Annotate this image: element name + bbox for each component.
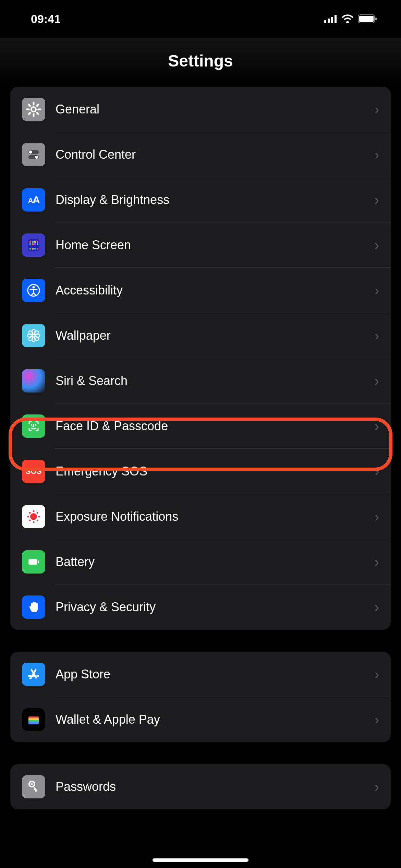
svg-line-16 [29, 113, 30, 114]
row-exposure-notifications[interactable]: Exposure Notifications › [10, 494, 391, 539]
appstore-icon [22, 663, 45, 686]
key-icon [22, 775, 45, 798]
svg-rect-57 [38, 560, 39, 563]
row-general[interactable]: General › [10, 87, 391, 132]
svg-rect-7 [375, 17, 377, 20]
accessibility-icon [22, 279, 45, 302]
row-wallet-applepay[interactable]: Wallet & Apple Pay › [10, 697, 391, 742]
row-label: Siri & Search [56, 374, 375, 388]
svg-rect-1 [328, 19, 330, 23]
svg-line-13 [29, 105, 30, 106]
row-label: Display & Brightness [56, 193, 375, 207]
chevron-right-icon: › [375, 600, 379, 615]
chevron-right-icon: › [375, 779, 379, 795]
row-label: Control Center [56, 147, 375, 162]
toggles-icon [22, 143, 45, 166]
row-label: Wallet & Apple Pay [56, 712, 375, 727]
svg-point-50 [27, 516, 29, 518]
svg-rect-27 [32, 243, 34, 245]
row-label: Face ID & Passcode [56, 419, 375, 433]
row-privacy-security[interactable]: Privacy & Security › [10, 584, 391, 630]
svg-rect-28 [34, 243, 36, 245]
row-control-center[interactable]: Control Center › [10, 132, 391, 177]
row-accessibility[interactable]: Accessibility › [10, 268, 391, 313]
row-label: Exposure Notifications [56, 509, 375, 524]
row-display-brightness[interactable]: AA Display & Brightness › [10, 177, 391, 222]
battery-icon [358, 14, 377, 23]
exposure-icon [22, 505, 45, 528]
svg-rect-22 [29, 241, 31, 243]
settings-group-3: Passwords › [10, 764, 391, 809]
cellular-icon [324, 15, 337, 23]
row-battery[interactable]: Battery › [10, 539, 391, 584]
svg-point-52 [29, 512, 31, 514]
status-bar: 09:41 [0, 0, 401, 38]
chevron-right-icon: › [375, 192, 379, 208]
row-faceid-passcode[interactable]: Face ID & Passcode › [10, 403, 391, 449]
svg-point-54 [37, 512, 38, 514]
page-header: Settings [0, 38, 401, 87]
svg-point-20 [35, 156, 38, 159]
chevron-right-icon: › [375, 373, 379, 389]
svg-rect-66 [28, 722, 39, 724]
row-label: Wallpaper [56, 328, 375, 343]
svg-rect-6 [359, 16, 374, 22]
svg-rect-30 [29, 248, 31, 250]
hand-icon [22, 595, 45, 619]
row-label: Privacy & Security [56, 600, 375, 614]
svg-rect-25 [37, 241, 38, 243]
svg-rect-3 [335, 15, 337, 23]
text-size-icon: AA [22, 188, 45, 212]
page-title: Settings [0, 51, 401, 70]
svg-rect-32 [34, 248, 36, 250]
svg-line-14 [37, 113, 38, 114]
chevron-right-icon: › [375, 712, 379, 727]
svg-point-4 [347, 21, 349, 23]
row-label: Accessibility [56, 283, 375, 298]
wifi-icon [341, 14, 354, 23]
chevron-right-icon: › [375, 238, 379, 253]
row-emergency-sos[interactable]: SOS Emergency SOS › [10, 449, 391, 494]
svg-point-48 [33, 510, 35, 512]
flower-icon [22, 324, 45, 347]
row-siri-search[interactable]: Siri & Search › [10, 358, 391, 403]
settings-content[interactable]: General › Control Center › AA Display & … [0, 87, 401, 809]
clock: 09:41 [31, 12, 61, 26]
svg-point-8 [31, 107, 36, 112]
svg-point-47 [30, 513, 37, 520]
svg-point-51 [38, 516, 40, 518]
chevron-right-icon: › [375, 464, 379, 479]
row-app-store[interactable]: App Store › [10, 652, 391, 697]
home-indicator[interactable] [153, 858, 248, 862]
row-label: App Store [56, 667, 375, 682]
svg-rect-29 [37, 243, 38, 245]
row-label: General [56, 102, 375, 117]
wallet-icon [22, 708, 45, 731]
chevron-right-icon: › [375, 102, 379, 117]
status-icons [324, 14, 377, 23]
row-label: Home Screen [56, 238, 375, 252]
row-home-screen[interactable]: Home Screen › [10, 222, 391, 268]
svg-point-18 [29, 150, 32, 154]
svg-point-68 [31, 783, 33, 785]
faceid-icon [22, 414, 45, 438]
row-passwords[interactable]: Passwords › [10, 764, 391, 809]
row-wallpaper[interactable]: Wallpaper › [10, 313, 391, 358]
chevron-right-icon: › [375, 147, 379, 162]
row-label: Passwords [56, 780, 375, 794]
chevron-right-icon: › [375, 667, 379, 682]
settings-group-1: General › Control Center › AA Display & … [10, 87, 391, 630]
chevron-right-icon: › [375, 419, 379, 434]
svg-rect-24 [34, 241, 36, 243]
svg-point-49 [33, 521, 35, 523]
apps-grid-icon [22, 233, 45, 257]
row-label: Emergency SOS [56, 464, 375, 479]
svg-line-15 [37, 105, 38, 106]
svg-rect-56 [28, 559, 37, 565]
svg-rect-23 [32, 241, 34, 243]
chevron-right-icon: › [375, 283, 379, 298]
svg-rect-0 [324, 20, 326, 23]
row-label: Battery [56, 555, 375, 569]
svg-rect-33 [37, 248, 38, 250]
battery-icon [22, 550, 45, 574]
